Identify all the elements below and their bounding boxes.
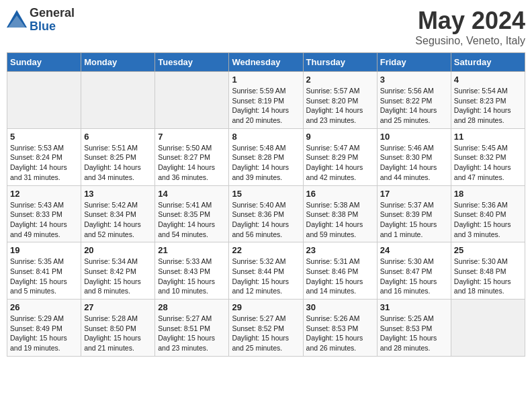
day-number: 31 [380, 302, 448, 312]
day-number: 4 [454, 75, 522, 85]
day-info: Sunrise: 5:29 AMSunset: 8:49 PMDaylight:… [10, 314, 78, 353]
day-number: 13 [84, 189, 152, 199]
day-info: Sunrise: 5:53 AMSunset: 8:24 PMDaylight:… [10, 143, 78, 183]
day-header-sunday: Sunday [7, 53, 81, 72]
month-title: May 2024 [415, 7, 525, 35]
calendar-header-row: SundayMondayTuesdayWednesdayThursdayFrid… [7, 53, 525, 72]
day-number: 29 [232, 302, 300, 312]
day-info: Sunrise: 5:34 AMSunset: 8:42 PMDaylight:… [84, 257, 152, 296]
day-info: Sunrise: 5:51 AMSunset: 8:25 PMDaylight:… [84, 143, 152, 183]
day-number: 17 [380, 189, 448, 199]
calendar-cell: 10Sunrise: 5:46 AMSunset: 8:30 PMDayligh… [377, 128, 451, 185]
logo-area: General Blue [7, 7, 75, 34]
day-info: Sunrise: 5:46 AMSunset: 8:30 PMDaylight:… [380, 143, 448, 183]
calendar-cell: 4Sunrise: 5:54 AMSunset: 8:23 PMDaylight… [451, 72, 525, 129]
calendar-week-row: 1Sunrise: 5:59 AMSunset: 8:19 PMDaylight… [7, 72, 525, 129]
day-number: 3 [380, 75, 448, 85]
calendar-cell: 16Sunrise: 5:38 AMSunset: 8:38 PMDayligh… [303, 185, 377, 242]
calendar-cell: 31Sunrise: 5:25 AMSunset: 8:53 PMDayligh… [377, 300, 451, 357]
calendar-cell: 5Sunrise: 5:53 AMSunset: 8:24 PMDaylight… [7, 128, 81, 185]
day-header-wednesday: Wednesday [229, 53, 303, 72]
calendar-cell: 18Sunrise: 5:36 AMSunset: 8:40 PMDayligh… [451, 185, 525, 242]
day-info: Sunrise: 5:31 AMSunset: 8:46 PMDaylight:… [306, 257, 374, 296]
day-number: 25 [454, 245, 522, 255]
day-info: Sunrise: 5:59 AMSunset: 8:19 PMDaylight:… [232, 86, 300, 126]
day-info: Sunrise: 5:27 AMSunset: 8:52 PMDaylight:… [232, 314, 300, 353]
calendar-cell: 11Sunrise: 5:45 AMSunset: 8:32 PMDayligh… [451, 128, 525, 185]
day-info: Sunrise: 5:36 AMSunset: 8:40 PMDaylight:… [454, 200, 522, 240]
calendar-cell: 23Sunrise: 5:31 AMSunset: 8:46 PMDayligh… [303, 242, 377, 300]
day-number: 15 [232, 189, 300, 199]
day-info: Sunrise: 5:30 AMSunset: 8:47 PMDaylight:… [380, 257, 448, 296]
day-info: Sunrise: 5:42 AMSunset: 8:34 PMDaylight:… [84, 200, 152, 240]
day-number: 20 [84, 245, 152, 255]
day-number: 18 [454, 189, 522, 199]
page-container: General Blue May 2024 Segusino, Veneto, … [7, 7, 525, 357]
logo-icon [7, 10, 27, 30]
day-info: Sunrise: 5:56 AMSunset: 8:22 PMDaylight:… [380, 86, 448, 126]
calendar-cell: 1Sunrise: 5:59 AMSunset: 8:19 PMDaylight… [229, 72, 303, 129]
day-header-tuesday: Tuesday [155, 53, 229, 72]
day-info: Sunrise: 5:35 AMSunset: 8:41 PMDaylight:… [10, 257, 78, 296]
day-number: 16 [306, 189, 374, 199]
day-number: 22 [232, 245, 300, 255]
calendar-week-row: 5Sunrise: 5:53 AMSunset: 8:24 PMDaylight… [7, 128, 525, 185]
calendar-cell: 2Sunrise: 5:57 AMSunset: 8:20 PMDaylight… [303, 72, 377, 129]
logo-general-text: General [30, 7, 75, 20]
calendar-cell: 19Sunrise: 5:35 AMSunset: 8:41 PMDayligh… [7, 242, 81, 300]
day-number: 1 [232, 75, 300, 85]
calendar-cell [7, 72, 81, 129]
day-number: 5 [10, 132, 78, 142]
day-info: Sunrise: 5:40 AMSunset: 8:36 PMDaylight:… [232, 200, 300, 240]
day-header-saturday: Saturday [451, 53, 525, 72]
day-number: 11 [454, 132, 522, 142]
day-info: Sunrise: 5:41 AMSunset: 8:35 PMDaylight:… [158, 200, 226, 240]
day-info: Sunrise: 5:43 AMSunset: 8:33 PMDaylight:… [10, 200, 78, 240]
header: General Blue May 2024 Segusino, Veneto, … [7, 7, 525, 47]
day-info: Sunrise: 5:28 AMSunset: 8:50 PMDaylight:… [84, 314, 152, 353]
calendar-cell: 12Sunrise: 5:43 AMSunset: 8:33 PMDayligh… [7, 185, 81, 242]
day-header-thursday: Thursday [303, 53, 377, 72]
calendar-cell: 22Sunrise: 5:32 AMSunset: 8:44 PMDayligh… [229, 242, 303, 300]
calendar-cell: 9Sunrise: 5:47 AMSunset: 8:29 PMDaylight… [303, 128, 377, 185]
day-info: Sunrise: 5:50 AMSunset: 8:27 PMDaylight:… [158, 143, 226, 183]
day-number: 6 [84, 132, 152, 142]
day-number: 28 [158, 302, 226, 312]
day-info: Sunrise: 5:57 AMSunset: 8:20 PMDaylight:… [306, 86, 374, 126]
day-number: 26 [10, 302, 78, 312]
day-info: Sunrise: 5:30 AMSunset: 8:48 PMDaylight:… [454, 257, 522, 296]
day-header-friday: Friday [377, 53, 451, 72]
calendar-cell: 14Sunrise: 5:41 AMSunset: 8:35 PMDayligh… [155, 185, 229, 242]
calendar-cell: 28Sunrise: 5:27 AMSunset: 8:51 PMDayligh… [155, 300, 229, 357]
calendar-cell: 25Sunrise: 5:30 AMSunset: 8:48 PMDayligh… [451, 242, 525, 300]
calendar-cell: 15Sunrise: 5:40 AMSunset: 8:36 PMDayligh… [229, 185, 303, 242]
day-number: 2 [306, 75, 374, 85]
day-number: 7 [158, 132, 226, 142]
calendar-cell: 3Sunrise: 5:56 AMSunset: 8:22 PMDaylight… [377, 72, 451, 129]
calendar-cell: 8Sunrise: 5:48 AMSunset: 8:28 PMDaylight… [229, 128, 303, 185]
day-info: Sunrise: 5:54 AMSunset: 8:23 PMDaylight:… [454, 86, 522, 126]
day-number: 14 [158, 189, 226, 199]
day-info: Sunrise: 5:32 AMSunset: 8:44 PMDaylight:… [232, 257, 300, 296]
day-info: Sunrise: 5:25 AMSunset: 8:53 PMDaylight:… [380, 314, 448, 353]
calendar-week-row: 19Sunrise: 5:35 AMSunset: 8:41 PMDayligh… [7, 242, 525, 300]
calendar-cell: 20Sunrise: 5:34 AMSunset: 8:42 PMDayligh… [81, 242, 155, 300]
day-number: 10 [380, 132, 448, 142]
day-number: 12 [10, 189, 78, 199]
title-area: May 2024 Segusino, Veneto, Italy [415, 7, 525, 47]
calendar-cell: 7Sunrise: 5:50 AMSunset: 8:27 PMDaylight… [155, 128, 229, 185]
calendar-table: SundayMondayTuesdayWednesdayThursdayFrid… [7, 52, 525, 357]
logo-blue-text: Blue [30, 20, 75, 34]
day-number: 8 [232, 132, 300, 142]
calendar-cell: 13Sunrise: 5:42 AMSunset: 8:34 PMDayligh… [81, 185, 155, 242]
calendar-cell: 27Sunrise: 5:28 AMSunset: 8:50 PMDayligh… [81, 300, 155, 357]
calendar-cell: 24Sunrise: 5:30 AMSunset: 8:47 PMDayligh… [377, 242, 451, 300]
day-number: 9 [306, 132, 374, 142]
day-number: 24 [380, 245, 448, 255]
day-number: 27 [84, 302, 152, 312]
calendar-cell: 30Sunrise: 5:26 AMSunset: 8:53 PMDayligh… [303, 300, 377, 357]
calendar-cell: 26Sunrise: 5:29 AMSunset: 8:49 PMDayligh… [7, 300, 81, 357]
calendar-cell [81, 72, 155, 129]
day-info: Sunrise: 5:47 AMSunset: 8:29 PMDaylight:… [306, 143, 374, 183]
day-number: 21 [158, 245, 226, 255]
